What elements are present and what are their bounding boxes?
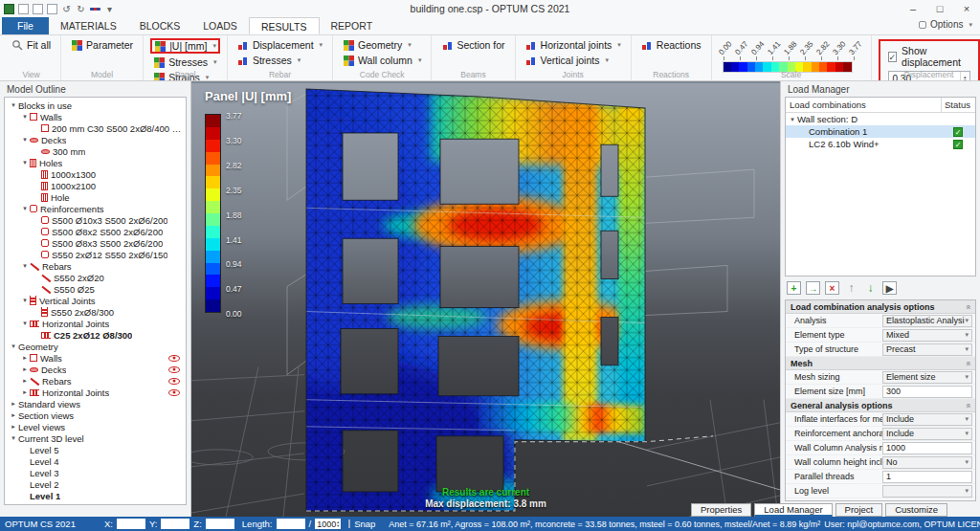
u-mm-button[interactable]: |U| [mm]▾ [150, 38, 220, 54]
run-button[interactable]: ▶ [882, 281, 897, 295]
tree-collapse-icon[interactable]: ▾ [20, 159, 30, 166]
tree-item-standard-views[interactable]: ▸Standard views [5, 398, 186, 409]
tree-item-walls[interactable]: ▾Walls [5, 111, 186, 122]
tree-expand-icon[interactable]: ▸ [20, 377, 30, 385]
minimize-button[interactable]: – [900, 1, 926, 17]
displacement-button[interactable]: Displacement▾ [234, 38, 325, 52]
tree-item-1000x2100[interactable]: 1000x2100 [5, 180, 186, 191]
export-button[interactable]: → [806, 281, 820, 295]
viewport-3d[interactable]: Panel |U| [mm] 3.773.302.822.351.881.410… [191, 81, 780, 517]
tree-item-s550-2x-12-s550-2x-6-150[interactable]: S550 2xØ12 S550 2xØ6/150 [5, 249, 186, 260]
tree-item-decks[interactable]: ▸Decks [5, 364, 186, 375]
visibility-eye-icon[interactable] [168, 355, 180, 362]
move-up-button[interactable]: ↑ [844, 281, 858, 295]
visibility-eye-icon[interactable] [168, 389, 180, 396]
status-checked-icon[interactable]: ✓ [953, 140, 963, 149]
open-file-icon[interactable] [33, 4, 43, 14]
wall-column-button[interactable]: Wall column▾ [340, 54, 424, 67]
move-down-button[interactable]: ↓ [863, 281, 878, 295]
tree-expand-icon[interactable]: ▸ [20, 388, 30, 396]
tree-collapse-icon[interactable]: ▾ [20, 262, 30, 270]
tree-collapse-icon[interactable]: ▾ [9, 434, 18, 442]
save-file-icon[interactable] [47, 4, 57, 14]
tree-item-current-3d-level[interactable]: ▾Current 3D level [5, 432, 186, 444]
option-dropdown[interactable]: Include▾ [882, 428, 972, 440]
option-input[interactable]: 1 [882, 471, 972, 483]
tree-item-level-3[interactable]: Level 3 [5, 467, 186, 478]
tree-item-level-2[interactable]: Level 2 [5, 478, 186, 490]
reactions-button[interactable]: Reactions [638, 38, 704, 52]
option-dropdown[interactable]: Element size▾ [882, 371, 972, 384]
fit-all-button[interactable]: Fit all [9, 38, 54, 52]
tree-expand-icon[interactable]: ▸ [9, 411, 18, 419]
visibility-eye-icon[interactable] [168, 378, 180, 385]
tree-collapse-icon[interactable]: ▾ [20, 297, 30, 304]
tree-item-s550-2x-20[interactable]: S550 2xØ20 [5, 272, 186, 283]
tree-item-c25-2x-12-8-300[interactable]: C25 2xØ12 Ø8/300 [5, 329, 186, 341]
tree-item-horizontal-joints[interactable]: ▾Horizontal Joints [5, 318, 186, 329]
tree-collapse-icon[interactable]: ▾ [20, 205, 30, 212]
tree-expand-icon[interactable]: ▸ [9, 400, 18, 408]
tab-loads[interactable]: LOADS [191, 17, 249, 34]
tree-item-rebars[interactable]: ▸Rebars [5, 375, 186, 387]
add-button[interactable]: + [787, 281, 801, 295]
section-header-load-combination-analysis-options[interactable]: Load combination analysis options« [786, 300, 975, 314]
option-input[interactable]: 300 [882, 386, 972, 398]
tree-item-s550-25[interactable]: S550 Ø25 [5, 283, 186, 295]
tree-collapse-icon[interactable]: ▾ [9, 343, 18, 350]
tree-item-section-views[interactable]: ▸Section views [5, 409, 186, 421]
tree-item-hole[interactable]: Hole [5, 191, 186, 203]
tree-collapse-icon[interactable]: ▾ [9, 101, 18, 109]
tree-expand-icon[interactable]: ▸ [20, 365, 30, 373]
tree-item-decks[interactable]: ▾Decks [5, 134, 186, 145]
tree-item-holes[interactable]: ▾Holes [5, 157, 186, 168]
tree-item-level-views[interactable]: ▸Level views [5, 421, 186, 432]
status-checked-icon[interactable]: ✓ [953, 127, 963, 137]
vertical-joints-button[interactable]: Vertical joints▾ [523, 54, 624, 67]
tree-item-s500-8x2-s500-2x-6-200[interactable]: S500 Ø8x2 S500 2xØ6/200 [5, 226, 186, 237]
option-dropdown[interactable]: ▾ [882, 485, 972, 498]
tree-item-level-1[interactable]: Level 1 [5, 490, 186, 501]
horizontal-joints-button[interactable]: Horizontal joints▾ [523, 38, 624, 52]
collapse-chevron-icon[interactable]: « [963, 403, 972, 408]
tree-item-300-mm[interactable]: 300 mm [5, 145, 186, 157]
grid-size-spinner[interactable]: 1000 ▲▼ [315, 519, 341, 529]
tree-expand-icon[interactable]: ▸ [9, 423, 18, 431]
tree-item-200-mm-c30-s500-2x-8-400-s500-2x-8[interactable]: 200 mm C30 S500 2xØ8/400 S500 2xØ8/... [5, 122, 186, 134]
language-flag-icon[interactable] [90, 4, 100, 14]
tree-item-s500-10x3-s500-2x-6-200[interactable]: S500 Ø10x3 S500 2xØ6/200 [5, 214, 186, 226]
redo-icon[interactable]: ↻ [76, 4, 86, 14]
tree-collapse-icon[interactable]: ▾ [788, 116, 797, 123]
load-combination-wall-section-d[interactable]: ▾Wall section: D [786, 113, 975, 125]
tree-item-vertical-joints[interactable]: ▾Vertical Joints [5, 295, 186, 306]
checkbox-checked-icon[interactable]: ✓ [888, 52, 898, 62]
new-file-icon[interactable] [18, 4, 29, 14]
delete-button[interactable]: × [825, 281, 839, 295]
section-header-mesh[interactable]: Mesh« [786, 357, 975, 370]
tree-item-level-4[interactable]: Level 4 [5, 455, 186, 467]
option-dropdown[interactable]: No▾ [882, 456, 972, 469]
geometry-button[interactable]: Geometry▾ [340, 38, 424, 52]
parameter-button[interactable]: Parameter [68, 38, 136, 52]
tab-file[interactable]: File [2, 17, 49, 34]
tab-report[interactable]: REPORT [320, 17, 385, 34]
spinner-arrows[interactable]: ▲▼ [336, 520, 341, 527]
collapse-chevron-icon[interactable]: « [963, 304, 972, 309]
tree-collapse-icon[interactable]: ▾ [20, 320, 30, 327]
dock-tab-properties[interactable]: Properties [691, 503, 751, 517]
tree-item-geometry[interactable]: ▾Geometry [5, 341, 186, 352]
tree-item-horizontal-joints[interactable]: ▸Horizontal Joints [5, 387, 186, 398]
tree-item-walls[interactable]: ▸Walls [5, 352, 186, 364]
stresses-button[interactable]: Stresses▾ [150, 55, 220, 69]
option-input[interactable]: 1000 [882, 442, 972, 454]
y-coordinate-input[interactable] [161, 519, 189, 529]
tab-results[interactable]: RESULTS [249, 17, 320, 34]
show-displacement-checkbox[interactable]: ✓Show displacement [888, 45, 970, 68]
dock-tab-customize[interactable]: Customize [885, 503, 947, 517]
tree-item-level-5[interactable]: Level 5 [5, 444, 186, 455]
snap-checkbox[interactable] [348, 520, 350, 528]
close-button[interactable]: × [953, 1, 980, 17]
collapse-chevron-icon[interactable]: « [963, 361, 972, 365]
undo-icon[interactable]: ↺ [61, 4, 72, 14]
more-icon[interactable]: ▾ [104, 4, 115, 14]
